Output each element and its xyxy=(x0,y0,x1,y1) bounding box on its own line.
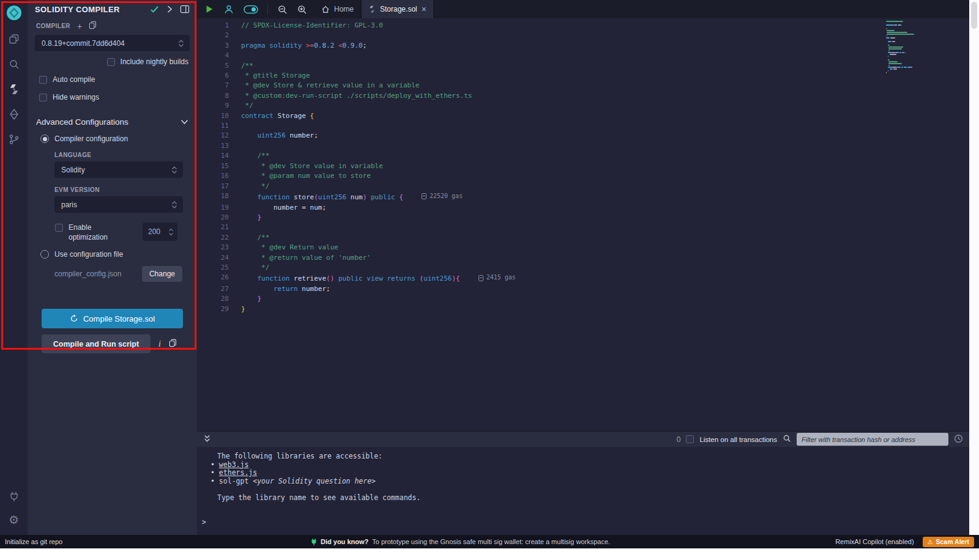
sync-icon xyxy=(70,314,78,323)
terminal-library-link[interactable]: web3.js xyxy=(219,460,248,469)
zoom-in-icon[interactable] xyxy=(297,4,307,15)
code-line: 16 * @param num value to store xyxy=(197,171,969,181)
scam-alert-label: Scam Alert xyxy=(936,538,969,545)
file-explorer-icon[interactable] xyxy=(7,32,21,46)
tab-storage-sol[interactable]: Storage.sol × xyxy=(361,0,434,18)
terminal-output[interactable]: The following libraries are accessible:•… xyxy=(197,447,969,535)
minimap[interactable] xyxy=(886,21,925,74)
copy-script-icon[interactable] xyxy=(169,339,177,349)
enable-optimization-checkbox[interactable] xyxy=(55,224,63,232)
line-number: 13 xyxy=(197,141,229,151)
remix-logo-icon[interactable] xyxy=(6,4,23,21)
zoom-out-icon[interactable] xyxy=(277,4,288,15)
code-line: 9 */ xyxy=(197,101,969,111)
run-script-play-icon[interactable] xyxy=(204,4,214,14)
line-number: 17 xyxy=(197,182,229,191)
compile-button[interactable]: Compile Storage.sol xyxy=(42,309,183,328)
change-config-button[interactable]: Change xyxy=(142,266,182,282)
include-nightly-row: Include nightly builds xyxy=(28,51,197,66)
line-number: 16 xyxy=(197,171,229,181)
compiler-section-label: COMPILER xyxy=(36,23,70,29)
close-tab-icon[interactable]: × xyxy=(422,5,426,13)
search-icon[interactable] xyxy=(7,57,21,71)
tip-text: To prototype using the Gnosis safe multi… xyxy=(372,538,610,545)
expand-terminal-icon[interactable] xyxy=(203,434,211,445)
gas-estimate-badge: 22520 gas xyxy=(422,191,463,201)
auto-compile-label: Auto compile xyxy=(53,75,95,84)
auto-compile-checkbox[interactable] xyxy=(39,76,47,84)
line-number: 15 xyxy=(197,161,229,171)
terminal-search-icon xyxy=(783,434,791,444)
status-bar: Initialize as git repo Did you know? To … xyxy=(0,535,979,548)
compiler-configuration-radio[interactable] xyxy=(40,134,49,143)
line-number: 24 xyxy=(197,253,229,263)
code-line: 7 * @dev Store & retrieve value in a var… xyxy=(197,81,969,90)
terminal-lines: The following libraries are accessible:•… xyxy=(197,452,969,502)
ai-assistant-icon[interactable] xyxy=(223,4,234,14)
page-background-strip xyxy=(0,548,979,560)
language-select[interactable]: Solidity xyxy=(54,161,183,178)
chevron-down-icon xyxy=(181,119,188,125)
line-number: 4 xyxy=(197,51,229,61)
line-number: 3 xyxy=(197,41,229,51)
use-configuration-file-radio[interactable] xyxy=(40,250,49,259)
copy-version-icon[interactable] xyxy=(89,21,97,31)
chevron-right-icon[interactable] xyxy=(166,5,173,13)
deploy-run-icon[interactable] xyxy=(7,108,21,121)
code-line: 12 uint256 number; xyxy=(197,131,969,141)
code-line: 11 xyxy=(197,121,969,131)
add-custom-compiler-icon[interactable]: + xyxy=(77,22,82,31)
line-number: 7 xyxy=(197,81,229,90)
hide-warnings-checkbox[interactable] xyxy=(39,94,47,101)
split-panel-icon[interactable] xyxy=(180,5,190,13)
browser-scrollbar[interactable] xyxy=(969,0,979,535)
use-configuration-file-radio-row: Use configuration file xyxy=(28,242,197,259)
git-icon[interactable] xyxy=(7,133,21,146)
terminal-header: 0 Listen on all transactions xyxy=(197,431,969,447)
plugin-icon-bar: ⚙ xyxy=(0,0,28,535)
solidity-file-icon xyxy=(368,5,376,13)
listen-all-transactions-checkbox[interactable] xyxy=(686,435,694,443)
git-init-label[interactable]: Initialize as git repo xyxy=(5,538,62,545)
transaction-filter-input[interactable] xyxy=(797,433,948,446)
home-icon xyxy=(321,6,330,13)
optimization-runs-input[interactable]: 200 xyxy=(143,223,177,241)
did-you-know-tip: Did you know? To prototype using the Gno… xyxy=(311,538,610,546)
pending-transactions-clock-icon[interactable] xyxy=(954,434,963,445)
code-line: 24 * @return value of 'number' xyxy=(197,253,969,263)
terminal-line: • ethers.js xyxy=(197,469,969,477)
include-nightly-checkbox[interactable] xyxy=(107,58,115,66)
terminal-library-link[interactable]: ethers.js xyxy=(219,468,257,477)
settings-gear-icon[interactable]: ⚙ xyxy=(7,513,21,526)
line-number: 28 xyxy=(197,294,229,304)
copilot-status-label[interactable]: RemixAI Copilot (enabled) xyxy=(835,538,914,545)
evm-version-select[interactable]: paris xyxy=(54,196,183,213)
auto-compile-row: Auto compile xyxy=(28,66,197,84)
solidity-compiler-icon[interactable] xyxy=(7,83,21,96)
code-editor[interactable]: 1// SPDX-License-Identifier: GPL-3.023pr… xyxy=(197,18,969,431)
evm-version-label: EVM VERSION xyxy=(54,178,183,193)
compile-and-run-button[interactable]: Compile and Run script xyxy=(42,334,151,353)
enable-optimization-label: Enable optimization xyxy=(69,223,120,242)
warning-icon: ⚠ xyxy=(928,539,933,545)
line-number: 11 xyxy=(197,121,229,131)
code-line: 22 /** xyxy=(197,233,969,243)
advanced-configurations-toggle[interactable]: Advanced Configurations xyxy=(28,101,197,127)
language-label: LANGUAGE xyxy=(54,143,183,158)
info-icon[interactable]: i xyxy=(158,339,161,349)
copilot-toggle-icon[interactable] xyxy=(244,5,258,14)
scam-alert-badge[interactable]: ⚠ Scam Alert xyxy=(923,537,974,547)
panel-header: SOLIDITY COMPILER xyxy=(28,0,197,18)
tip-title: Did you know? xyxy=(321,538,368,545)
terminal-prompt[interactable]: > xyxy=(197,518,969,527)
tab-home[interactable]: Home xyxy=(315,0,361,18)
code-line: 21 xyxy=(197,223,969,232)
compile-success-check-icon xyxy=(150,5,159,13)
scrollbar-thumb[interactable] xyxy=(971,2,977,29)
editor-tab-bar: Home Storage.sol × xyxy=(197,0,969,18)
code-line: 25 */ xyxy=(197,263,969,273)
compiler-version-select[interactable]: 0.8.19+commit.7dd6d404 xyxy=(35,35,190,51)
code-line: 6 * @title Storage xyxy=(197,71,969,81)
plugin-manager-icon[interactable] xyxy=(7,490,21,503)
code-line: 1// SPDX-License-Identifier: GPL-3.0 xyxy=(197,21,969,31)
